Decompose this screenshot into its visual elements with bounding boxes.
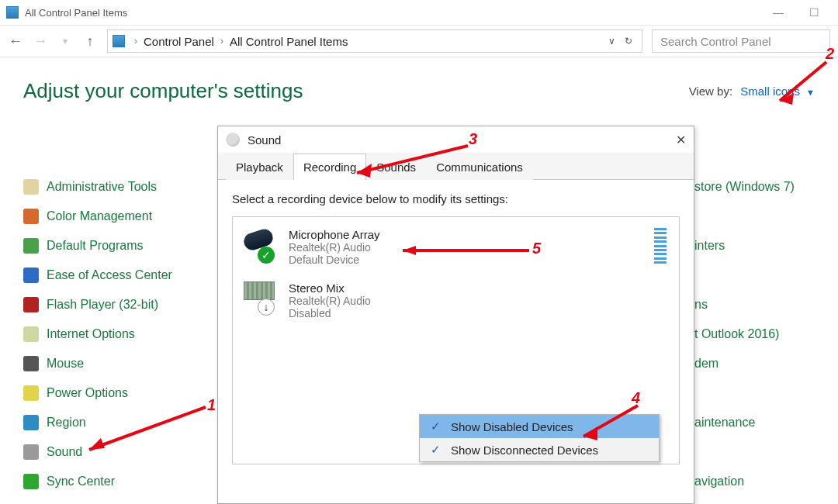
sound-dialog: Sound ✕ PlaybackRecordingSoundsCommunica… bbox=[217, 126, 694, 504]
check-icon: ✓ bbox=[428, 443, 443, 457]
minimize-button[interactable]: — bbox=[760, 3, 796, 22]
nav-bar: ← → ▾ ↑ › Control Panel › All Control Pa… bbox=[0, 25, 838, 57]
tab-playback[interactable]: Playback bbox=[226, 154, 293, 180]
cp-item-truncated[interactable]: inters bbox=[694, 239, 838, 268]
cp-item-label: Mouse bbox=[47, 357, 84, 371]
annotation-arrow-4 bbox=[574, 402, 644, 444]
check-badge-icon: ✓ bbox=[258, 247, 275, 264]
device-name: Microphone Array bbox=[289, 228, 380, 241]
cp-item-flash-player-32-bit-[interactable]: Flash Player (32-bit) bbox=[23, 290, 217, 319]
address-refresh-button[interactable]: ↻ bbox=[620, 36, 637, 47]
sound-card-icon: ↓ bbox=[244, 281, 278, 316]
cp-item-icon bbox=[23, 209, 39, 224]
annotation-arrow-3 bbox=[345, 142, 473, 181]
sound-dialog-icon bbox=[226, 133, 240, 147]
cp-item-truncated[interactable]: t Outlook 2016) bbox=[694, 327, 838, 357]
device-status: Disabled bbox=[289, 307, 371, 319]
cp-item-label: Internet Options bbox=[47, 327, 135, 341]
microphone-icon: ✓ bbox=[244, 228, 278, 262]
device-driver: Realtek(R) Audio bbox=[289, 241, 380, 254]
disabled-badge-icon: ↓ bbox=[258, 299, 275, 316]
address-bar[interactable]: › Control Panel › All Control Panel Item… bbox=[107, 29, 642, 53]
cp-item-label: Default Programs bbox=[47, 239, 144, 253]
back-button[interactable]: ← bbox=[8, 33, 23, 50]
context-menu-item-label: Show Disabled Devices bbox=[451, 420, 573, 433]
cp-item-icon bbox=[23, 326, 39, 342]
cp-item-default-programs[interactable]: Default Programs bbox=[23, 231, 217, 261]
address-bar-icon bbox=[113, 35, 125, 47]
page-title: Adjust your computer's settings bbox=[23, 79, 689, 103]
cp-item-truncated[interactable]: dem bbox=[694, 357, 838, 386]
cp-item-truncated[interactable]: store (Windows 7) bbox=[694, 180, 838, 209]
device-name: Stereo Mix bbox=[289, 281, 371, 295]
cp-item-icon bbox=[23, 444, 39, 460]
annotation-arrow-5 bbox=[391, 245, 535, 256]
cp-item-icon bbox=[23, 385, 39, 401]
cp-item-icon bbox=[23, 356, 39, 371]
dialog-title: Sound bbox=[248, 133, 281, 147]
search-placeholder: Search Control Panel bbox=[660, 35, 771, 48]
close-button[interactable]: ✕ bbox=[676, 133, 686, 147]
cp-item-icon bbox=[23, 238, 39, 254]
window-app-icon bbox=[6, 6, 19, 19]
device-text: Stereo MixRealtek(R) AudioDisabled bbox=[289, 281, 371, 319]
context-menu-item-label: Show Disconnected Devices bbox=[451, 444, 598, 457]
svg-line-0 bbox=[89, 407, 206, 450]
forward-button[interactable]: → bbox=[33, 33, 48, 50]
cp-item-icon bbox=[23, 297, 39, 312]
up-button[interactable]: ↑ bbox=[82, 33, 98, 50]
breadcrumb-separator: › bbox=[217, 36, 227, 47]
cp-item-truncated[interactable]: avigation bbox=[694, 475, 838, 504]
maximize-button[interactable]: ☐ bbox=[796, 3, 832, 22]
cp-item-icon bbox=[23, 415, 39, 430]
device-text: Microphone ArrayRealtek(R) AudioDefault … bbox=[289, 228, 380, 266]
breadcrumb-separator: › bbox=[131, 36, 140, 47]
device-stereo-mix[interactable]: ↓Stereo MixRealtek(R) AudioDisabled bbox=[241, 277, 671, 330]
view-by-label: View by: bbox=[689, 85, 732, 98]
cp-item-label: Ease of Access Center bbox=[47, 268, 172, 282]
control-panel-items-right: store (Windows 7)intersnst Outlook 2016)… bbox=[694, 180, 838, 504]
cp-item-icon bbox=[23, 179, 39, 195]
cp-item-truncated[interactable]: ns bbox=[694, 298, 838, 327]
window-title: All Control Panel Items bbox=[25, 7, 127, 19]
svg-marker-5 bbox=[357, 164, 372, 178]
annotation-arrow-2 bbox=[770, 58, 833, 112]
address-history-dropdown[interactable]: ∨ bbox=[604, 36, 620, 47]
annotation-arrow-1 bbox=[78, 403, 210, 457]
content-header: Adjust your computer's settings View by:… bbox=[0, 57, 838, 108]
cp-item-label: Power Options bbox=[47, 386, 128, 400]
svg-line-2 bbox=[780, 62, 826, 101]
dialog-hint: Select a recording device below to modif… bbox=[232, 192, 680, 205]
cp-item-label: Flash Player (32-bit) bbox=[47, 298, 158, 312]
cp-item-mouse[interactable]: Mouse bbox=[23, 349, 217, 378]
recent-locations-button[interactable]: ▾ bbox=[57, 36, 73, 47]
cp-item-sync-center[interactable]: Sync Center bbox=[23, 467, 217, 496]
breadcrumb-all-items[interactable]: All Control Panel Items bbox=[227, 35, 351, 48]
svg-line-4 bbox=[357, 146, 468, 173]
cp-item-color-management[interactable]: Color Management bbox=[23, 202, 217, 231]
cp-item-administrative-tools[interactable]: Administrative Tools bbox=[23, 172, 217, 202]
svg-marker-1 bbox=[89, 438, 105, 450]
svg-marker-7 bbox=[583, 426, 597, 440]
cp-item-label: Sync Center bbox=[47, 475, 115, 488]
device-driver: Realtek(R) Audio bbox=[289, 295, 371, 307]
cp-item-internet-options[interactable]: Internet Options bbox=[23, 319, 217, 349]
check-icon: ✓ bbox=[428, 419, 443, 433]
svg-marker-9 bbox=[403, 246, 416, 255]
cp-item-icon bbox=[23, 474, 39, 489]
cp-item-icon bbox=[23, 268, 39, 283]
cp-item-label: Color Management bbox=[47, 209, 152, 223]
cp-item-truncated[interactable]: aintenance bbox=[694, 416, 838, 445]
window-titlebar: All Control Panel Items — ☐ bbox=[0, 0, 838, 25]
cp-item-label: Administrative Tools bbox=[47, 180, 157, 194]
cp-item-ease-of-access-center[interactable]: Ease of Access Center bbox=[23, 261, 217, 290]
level-meter-icon bbox=[654, 228, 667, 264]
breadcrumb-control-panel[interactable]: Control Panel bbox=[140, 35, 217, 48]
device-status: Default Device bbox=[289, 254, 380, 266]
search-input[interactable]: Search Control Panel bbox=[652, 29, 830, 53]
